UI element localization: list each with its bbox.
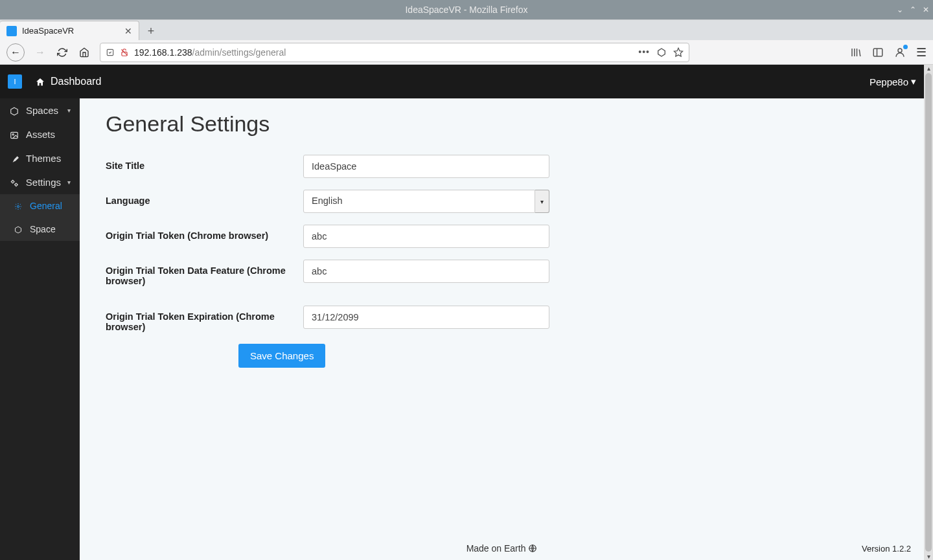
sidebar-toggle-icon[interactable] [872, 46, 884, 58]
scroll-down-icon[interactable]: ▾ [927, 553, 930, 560]
form-row-token: Origin Trial Token (Chrome browser) [106, 225, 898, 248]
library-icon[interactable] [850, 46, 862, 58]
browser-forward-button: → [34, 47, 47, 58]
urlbar-right: ••• [638, 47, 684, 58]
sidebar-item-themes[interactable]: Themes [0, 146, 80, 170]
save-changes-button[interactable]: Save Changes [238, 344, 325, 368]
browser-home-button[interactable] [78, 47, 91, 58]
token-input[interactable] [303, 225, 549, 248]
browser-tab[interactable]: IdeaSpaceVR ✕ [0, 21, 139, 40]
svg-point-10 [898, 49, 902, 52]
os-window-title: IdeaSpaceVR - Mozilla Firefox [405, 5, 527, 15]
url-insecure-icon [120, 47, 129, 58]
svg-point-13 [12, 181, 14, 183]
home-icon [35, 76, 45, 87]
os-titlebar: IdeaSpaceVR - Mozilla Firefox ⌄ ⌃ ✕ [0, 0, 933, 19]
footer: Made on Earth [80, 543, 924, 554]
page-title: General Settings [106, 111, 898, 137]
caret-down-icon: ▾ [67, 107, 71, 114]
os-window-controls: ⌄ ⌃ ✕ [897, 5, 929, 14]
caret-down-icon: ▾ [67, 179, 71, 186]
token-data-input[interactable] [303, 260, 549, 283]
url-path: /admin/settings/general [192, 47, 286, 58]
svg-rect-8 [873, 49, 882, 56]
sidebar-item-label: Spaces [26, 105, 58, 116]
language-select[interactable]: English ▾ [303, 190, 549, 213]
app-area: I Dashboard Peppe8o ▾ Spaces ▾ Assets [0, 65, 933, 560]
scrollbar[interactable]: ▴ ▾ [924, 65, 933, 560]
sidebar-item-settings[interactable]: Settings ▾ [0, 170, 80, 194]
site-title-input[interactable] [303, 155, 549, 178]
cube-icon [9, 105, 19, 115]
svg-point-14 [15, 183, 17, 186]
token-expiration-label: Origin Trial Token Expiration (Chrome br… [106, 306, 303, 332]
image-icon [9, 129, 19, 139]
browser-tabstrip: IdeaSpaceVR ✕ + [0, 19, 933, 40]
svg-point-12 [12, 133, 14, 135]
footer-version: Version 1.2.2 [862, 544, 911, 554]
main-content: General Settings Site Title Language Eng… [80, 65, 924, 560]
sidebar-item-label: Settings [26, 177, 61, 188]
svg-rect-11 [11, 132, 18, 138]
urlbar-bookmark-icon[interactable] [673, 47, 684, 58]
app-navbar: I Dashboard Peppe8o ▾ [0, 65, 924, 98]
cube-icon [13, 224, 23, 234]
tab-title: IdeaSpaceVR [22, 26, 74, 36]
form-row-token-expiration: Origin Trial Token Expiration (Chrome br… [106, 306, 898, 332]
os-minimize-icon[interactable]: ⌄ [897, 5, 903, 14]
language-label: Language [106, 190, 303, 213]
new-tab-button[interactable]: + [142, 22, 160, 40]
site-title-label: Site Title [106, 155, 303, 178]
url-bar[interactable]: 192.168.1.238/admin/settings/general ••• [100, 43, 689, 62]
sidebar-item-label: Assets [26, 129, 55, 140]
submit-row: Save Changes [106, 344, 898, 368]
scroll-thumb[interactable] [925, 73, 932, 552]
footer-text: Made on Earth [466, 543, 526, 554]
form-row-token-data: Origin Trial Token Data Feature (Chrome … [106, 260, 898, 286]
sidebar-item-label: General [30, 201, 62, 211]
cogs-icon [9, 177, 19, 187]
urlbar-more-icon[interactable]: ••• [638, 47, 650, 57]
sidebar-item-label: Space [30, 224, 56, 234]
sidebar-item-assets[interactable]: Assets [0, 122, 80, 146]
caret-down-icon: ▾ [911, 76, 916, 87]
url-text: 192.168.1.238/admin/settings/general [134, 47, 633, 58]
brush-icon [9, 153, 19, 163]
select-caret-icon[interactable]: ▾ [535, 190, 549, 213]
browser-toolbar: ← → 192.168.1.238/admin/settings/general… [0, 40, 933, 65]
tab-favicon-icon [6, 26, 17, 36]
cog-icon [13, 201, 23, 211]
url-shield-icon [106, 47, 115, 58]
sidebar: Spaces ▾ Assets Themes Settings ▾ [0, 65, 80, 560]
sidebar-item-spaces[interactable]: Spaces ▾ [0, 98, 80, 122]
token-expiration-input[interactable] [303, 306, 549, 329]
sidebar-subitem-space[interactable]: Space [0, 218, 80, 241]
os-maximize-icon[interactable]: ⌃ [910, 5, 916, 14]
urlbar-reader-icon[interactable] [656, 47, 667, 58]
scroll-up-icon[interactable]: ▴ [927, 65, 930, 72]
sidebar-subitem-general[interactable]: General [0, 194, 80, 218]
form-row-site-title: Site Title [106, 155, 898, 178]
svg-marker-3 [674, 48, 682, 56]
browser-back-button[interactable]: ← [6, 43, 25, 62]
browser-reload-button[interactable] [56, 47, 69, 58]
token-data-label: Origin Trial Token Data Feature (Chrome … [106, 260, 303, 286]
account-icon[interactable] [894, 46, 906, 58]
sidebar-item-label: Themes [26, 153, 61, 164]
app-logo-icon[interactable]: I [8, 74, 22, 89]
token-label: Origin Trial Token (Chrome browser) [106, 225, 303, 248]
dashboard-label: Dashboard [51, 76, 101, 87]
user-name: Peppe8o [870, 76, 908, 87]
language-select-value: English [303, 190, 535, 213]
earth-icon [528, 543, 537, 554]
tab-close-icon[interactable]: ✕ [124, 26, 132, 36]
svg-point-15 [17, 206, 19, 208]
svg-line-7 [859, 49, 860, 56]
toolbar-right: ☰ [850, 45, 927, 60]
os-close-icon[interactable]: ✕ [923, 5, 929, 14]
url-host: 192.168.1.238 [134, 47, 192, 58]
browser-menu-button[interactable]: ☰ [916, 45, 927, 60]
dashboard-link[interactable]: Dashboard [35, 76, 101, 87]
form-row-language: Language English ▾ [106, 190, 898, 213]
user-menu[interactable]: Peppe8o ▾ [870, 76, 916, 87]
